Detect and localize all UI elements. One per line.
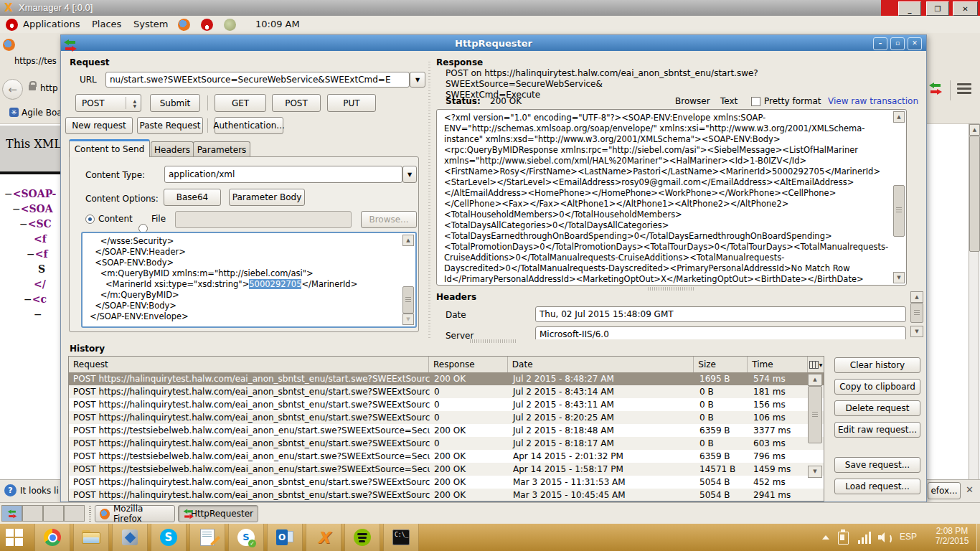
app-launcher-icon[interactable] [224, 19, 236, 31]
file-radio-label[interactable]: File [151, 214, 166, 224]
pretty-format-label[interactable]: Pretty format [764, 96, 821, 106]
method-select[interactable]: POST ▲▼ [75, 94, 141, 112]
tab-content-to-send[interactable]: Content to Send [69, 139, 150, 157]
window-restore-button[interactable]: ❐ [926, 1, 949, 16]
file-path-input[interactable] [175, 211, 352, 228]
save-request-button[interactable]: Save request... [834, 457, 920, 473]
scrollbar-thumb[interactable] [910, 303, 923, 323]
history-row[interactable]: POST https://testsiebelweb.halw.com/eai_… [69, 463, 824, 476]
authentication-button[interactable]: Authentication... [215, 117, 283, 134]
taskbar-notepad[interactable] [189, 524, 225, 551]
scroll-up-icon[interactable]: ▲ [893, 111, 905, 123]
httprequester-addon-icon[interactable] [929, 83, 942, 94]
post-button[interactable]: POST [272, 94, 321, 112]
workspace-1[interactable] [1, 505, 22, 522]
bookmark-agile-board[interactable]: Agile Boa [22, 108, 60, 118]
browser-radio-label[interactable]: Browser [675, 96, 710, 106]
url-dropdown-button[interactable]: ▼ [410, 72, 425, 88]
history-row[interactable]: POST https://halinquirytest.halw.com/eai… [69, 411, 824, 424]
tray-clock[interactable]: 2:08 PM 7/2/2015 [930, 526, 974, 546]
history-row[interactable]: POST https://halinquirytest.halw.com/eai… [69, 489, 824, 501]
request-body-textarea[interactable]: </wsse:Security> </SOAP-ENV:Header> <SOA… [81, 232, 417, 328]
taskbar-command-prompt[interactable]: C:\_ [383, 524, 419, 551]
menu-system[interactable]: System [133, 19, 168, 29]
httprequester-titlebar[interactable]: HttpRequester – ▫ ✕ [61, 35, 926, 51]
hr-close-button[interactable]: ✕ [908, 37, 922, 50]
hr-restore-button[interactable]: ▫ [890, 37, 905, 50]
menu-applications[interactable]: Applications [23, 19, 80, 29]
col-date[interactable]: Date [508, 357, 694, 372]
tab-parameters[interactable]: Parameters [193, 141, 250, 158]
taskbar-outlook[interactable]: O [267, 524, 303, 551]
scrollbar-thumb[interactable] [808, 386, 822, 443]
col-response[interactable]: Response [429, 357, 508, 372]
menu-hamburger-icon[interactable] [957, 81, 971, 96]
network-signal-icon[interactable] [858, 531, 871, 544]
scroll-up-icon[interactable]: ▲ [969, 124, 980, 136]
header-date-value[interactable]: Thu, 02 Jul 2015 15:48:09 GMT [535, 306, 906, 322]
panel-clock[interactable]: 10:09 AM [255, 19, 300, 29]
start-button[interactable] [6, 529, 24, 547]
get-button[interactable]: GET [215, 94, 266, 112]
paned-handle-vertical[interactable] [428, 62, 430, 367]
col-request[interactable]: Request [69, 357, 429, 372]
submit-button[interactable]: Submit [150, 94, 200, 112]
tray-language[interactable]: ESP [900, 532, 917, 542]
history-row[interactable]: POST https://halinquirytest.halw.com/eai… [69, 398, 824, 411]
scroll-up-icon[interactable]: ▲ [808, 374, 822, 386]
pretty-format-checkbox[interactable] [751, 97, 760, 106]
scroll-up-icon[interactable]: ▲ [910, 291, 923, 303]
col-size[interactable]: Size [694, 357, 748, 372]
redhat-launcher-icon[interactable] [201, 19, 213, 31]
scrollbar-thumb[interactable] [969, 136, 980, 252]
scroll-down-icon[interactable]: ▼ [910, 326, 923, 337]
edit-raw-request-button[interactable]: Edit raw request... [834, 422, 920, 438]
taskbar-xmanager[interactable]: X [306, 524, 341, 551]
scroll-down-icon[interactable]: ▼ [893, 272, 905, 283]
column-picker-icon[interactable]: ▼ [808, 357, 824, 372]
back-button[interactable]: ← [2, 79, 23, 100]
speaker-icon[interactable] [878, 532, 890, 542]
scroll-up-icon[interactable]: ▲ [402, 235, 414, 246]
view-raw-transaction-link[interactable]: View raw transaction [828, 96, 918, 106]
panel-handle[interactable] [89, 506, 91, 522]
firefox-tab-title[interactable]: https://tes [14, 56, 60, 66]
workspace-4[interactable] [64, 505, 85, 522]
paned-handle-horizontal[interactable] [470, 339, 516, 343]
urlbar-text[interactable]: http [40, 83, 60, 93]
window-minimize-button[interactable]: _ [898, 1, 921, 16]
hr-minimize-button[interactable]: – [873, 37, 887, 50]
content-type-dropdown-icon[interactable]: ▼ [402, 166, 417, 183]
tray-chevron-icon[interactable] [822, 535, 829, 540]
reset-firefox-button[interactable]: efox... [928, 482, 961, 499]
history-row[interactable]: POST https://halinquirytest.halw.com/eai… [69, 437, 824, 450]
col-time[interactable]: Time [748, 357, 808, 372]
tab-headers[interactable]: Headers [151, 141, 194, 158]
paned-handle-horizontal[interactable] [648, 287, 694, 291]
content-radio[interactable] [85, 215, 95, 224]
paste-request-button[interactable]: Paste Request [137, 117, 203, 134]
taskbar-window-firefox[interactable]: Mozilla Firefox [95, 505, 175, 522]
content-radio-label[interactable]: Content [98, 214, 133, 224]
put-button[interactable]: PUT [327, 94, 376, 112]
scrollbar-thumb[interactable] [402, 286, 414, 314]
history-row[interactable]: POST https://testsiebelweb.halw.com/eai_… [69, 450, 824, 463]
notification-close-icon[interactable]: ✕ [966, 484, 974, 495]
show-desktop-button[interactable] [976, 524, 980, 551]
scroll-down-icon[interactable]: ▼ [808, 466, 822, 478]
taskbar-skype-for-business[interactable]: S ✓ [228, 524, 264, 551]
taskbar-window-httprequester[interactable]: HttpRequester [178, 505, 258, 522]
taskbar-spotify[interactable] [344, 524, 380, 551]
taskbar-virtualbox[interactable] [112, 524, 148, 551]
menu-places[interactable]: Places [92, 19, 121, 29]
history-row[interactable]: POST https://halinquirytest.halw.com/eai… [69, 372, 824, 385]
load-request-button[interactable]: Load request... [834, 479, 920, 494]
text-radio-label[interactable]: Text [720, 96, 738, 106]
workspace-3[interactable] [43, 505, 64, 522]
history-row[interactable]: POST https://halinquirytest.halw.com/eai… [69, 476, 824, 489]
clear-history-button[interactable]: Clear history [834, 357, 920, 373]
history-row[interactable]: POST https://halinquirytest.halw.com/eai… [69, 385, 824, 398]
url-input[interactable]: nu/start.swe?SWEExtSource=SecureWebServi… [105, 72, 410, 88]
taskbar-file-explorer[interactable] [73, 524, 109, 551]
history-row[interactable]: POST https://testsiebelweb.halw.com/eai_… [69, 424, 824, 437]
